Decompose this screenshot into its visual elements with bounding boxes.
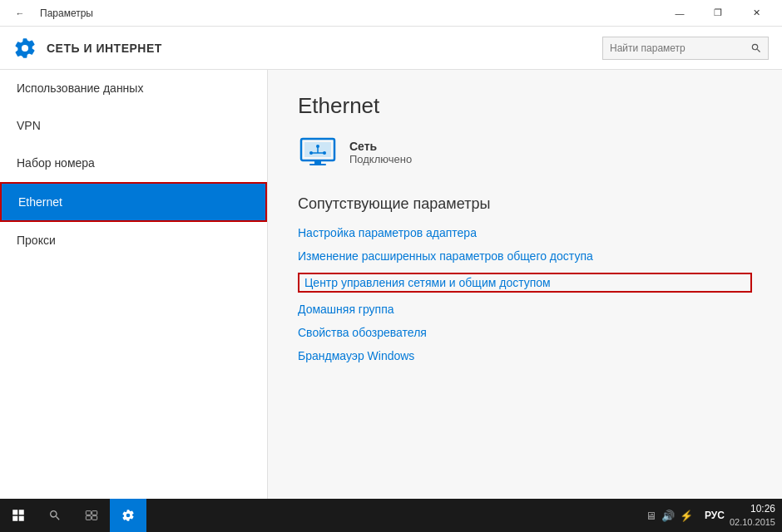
taskbar-right: 🖥 🔊 ⚡ РУС 10:26 02.10.2015 bbox=[646, 502, 782, 529]
network-name: Сеть bbox=[349, 140, 412, 153]
link-adapter[interactable]: Настройка параметров адаптера bbox=[298, 226, 752, 239]
title-bar-left: ← Параметры bbox=[7, 0, 93, 27]
title-bar-title: Параметры bbox=[40, 7, 93, 19]
clock-time: 10:26 bbox=[730, 502, 775, 516]
related-title: Сопутствующие параметры bbox=[298, 195, 752, 213]
svg-rect-10 bbox=[92, 511, 97, 515]
sidebar: Использование данных VPN Набор номера Et… bbox=[0, 70, 268, 499]
related-links: Настройка параметров адаптера Изменение … bbox=[298, 226, 752, 362]
svg-point-4 bbox=[316, 145, 319, 148]
app-header-left: СЕТЬ И ИНТЕРНЕТ bbox=[13, 37, 162, 60]
main-layout: Использование данных VPN Набор номера Et… bbox=[0, 70, 782, 499]
svg-point-6 bbox=[323, 151, 326, 155]
svg-rect-8 bbox=[309, 164, 326, 165]
link-sharing[interactable]: Изменение расширенных параметров общего … bbox=[298, 249, 752, 263]
sidebar-item-proxy[interactable]: Прокси bbox=[0, 222, 267, 259]
taskbar-left bbox=[0, 499, 146, 532]
search-box[interactable] bbox=[602, 37, 769, 60]
taskbar-clock: 10:26 02.10.2015 bbox=[730, 502, 775, 529]
network-icon bbox=[298, 135, 338, 169]
network-status: Подключено bbox=[349, 153, 412, 165]
app-header-title: СЕТЬ И ИНТЕРНЕТ bbox=[47, 42, 162, 55]
sidebar-item-data-usage[interactable]: Использование данных bbox=[0, 70, 267, 107]
title-bar-controls: — ❐ ✕ bbox=[661, 0, 775, 27]
svg-point-5 bbox=[309, 151, 313, 155]
search-taskbar-button[interactable] bbox=[37, 499, 73, 532]
title-bar: ← Параметры — ❐ ✕ bbox=[0, 0, 782, 27]
link-firewall[interactable]: Брандмауэр Windows bbox=[298, 349, 752, 362]
gear-icon bbox=[13, 37, 37, 60]
battery-icon: ⚡ bbox=[680, 510, 693, 522]
taskbar-system-icons: 🖥 🔊 ⚡ bbox=[646, 510, 693, 522]
task-view-button[interactable] bbox=[73, 499, 110, 532]
sidebar-item-dialup[interactable]: Набор номера bbox=[0, 145, 267, 182]
settings-taskbar-button[interactable] bbox=[110, 499, 146, 532]
network-card: Сеть Подключено bbox=[298, 135, 752, 169]
close-button[interactable]: ✕ bbox=[737, 0, 775, 27]
network-info: Сеть Подключено bbox=[349, 140, 412, 165]
sidebar-item-ethernet[interactable]: Ethernet bbox=[0, 182, 267, 222]
page-title: Ethernet bbox=[298, 93, 752, 119]
svg-rect-9 bbox=[86, 511, 91, 515]
back-button[interactable]: ← bbox=[7, 0, 33, 27]
start-button[interactable] bbox=[0, 499, 37, 532]
svg-rect-12 bbox=[92, 516, 97, 520]
clock-date: 02.10.2015 bbox=[730, 516, 775, 529]
volume-icon: 🔊 bbox=[661, 510, 675, 522]
search-input[interactable] bbox=[603, 42, 745, 54]
maximize-button[interactable]: ❐ bbox=[699, 0, 737, 27]
language-indicator: РУС bbox=[705, 510, 725, 521]
link-homegroup[interactable]: Домашняя группа bbox=[298, 303, 752, 316]
minimize-button[interactable]: — bbox=[661, 0, 699, 27]
taskbar: 🖥 🔊 ⚡ РУС 10:26 02.10.2015 bbox=[0, 499, 782, 532]
link-network-center[interactable]: Центр управления сетями и общим доступом bbox=[298, 273, 752, 293]
svg-rect-7 bbox=[314, 160, 321, 164]
svg-rect-11 bbox=[86, 516, 91, 520]
content-area: Ethernet С bbox=[268, 70, 782, 499]
app-header: СЕТЬ И ИНТЕРНЕТ bbox=[0, 27, 782, 70]
search-button[interactable] bbox=[745, 37, 768, 60]
link-browser-props[interactable]: Свойства обозревателя bbox=[298, 326, 752, 339]
network-tray-icon: 🖥 bbox=[646, 510, 656, 522]
sidebar-item-vpn[interactable]: VPN bbox=[0, 107, 267, 145]
